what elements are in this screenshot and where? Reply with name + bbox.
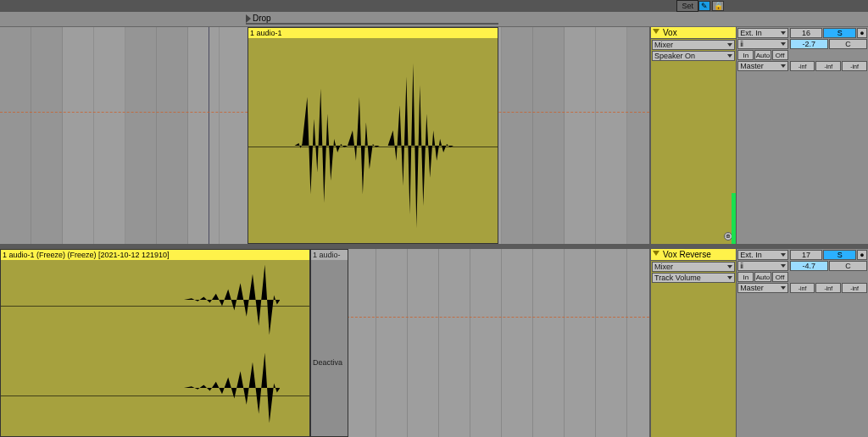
- waveform-left-icon: [1, 262, 280, 338]
- clip-vox[interactable]: 1 audio-1: [248, 27, 498, 244]
- track-panel-vox: Vox Mixer Speaker On ⊕ Ext. In ⅱ InAutoO…: [649, 27, 868, 244]
- clip-header[interactable]: 1 audio-1: [248, 28, 498, 38]
- deactivated-label: Deactiva: [313, 358, 342, 367]
- record-arm-button[interactable]: ●: [857, 28, 867, 38]
- output-dropdown[interactable]: Master: [737, 61, 788, 71]
- waveform-icon: [248, 38, 498, 243]
- track-name: Vox Reverse: [663, 250, 711, 259]
- automation-dropdown[interactable]: Track Volume: [652, 273, 735, 283]
- pan-value[interactable]: C: [829, 39, 867, 49]
- fold-track-icon[interactable]: [653, 251, 659, 256]
- set-button[interactable]: Set: [676, 0, 698, 12]
- input-channel-dropdown[interactable]: ⅱ: [737, 261, 788, 271]
- clip-freeze[interactable]: 1 audio-1 (Freeze) (Freeze) [2021-10-12 …: [0, 249, 310, 437]
- arrangement-lane-vox[interactable]: 1 audio-1: [0, 27, 649, 244]
- input-type-dropdown[interactable]: Ext. In: [737, 28, 788, 38]
- waveform-right-icon: [1, 350, 280, 426]
- monitor-toggle[interactable]: InAutoOff: [737, 50, 788, 60]
- clip-deactivated[interactable]: 1 audio- Deactiva: [310, 249, 348, 437]
- record-arm-button[interactable]: ●: [857, 250, 867, 260]
- draw-mode-icon[interactable]: ✎: [698, 1, 710, 11]
- lock-icon[interactable]: 🔒: [712, 1, 724, 11]
- locator-flag-icon: [246, 14, 251, 23]
- automation-dropdown[interactable]: Speaker On: [652, 51, 735, 61]
- arrangement-lane-vox-reverse[interactable]: 1 audio-1 (Freeze) (Freeze) [2021-10-12 …: [0, 249, 649, 437]
- fold-track-icon[interactable]: [653, 29, 659, 34]
- level-meter: [732, 193, 736, 244]
- app-toolbar: Set ✎ 🔒: [0, 0, 868, 12]
- track-panel-vox-reverse: Vox Reverse Mixer Track Volume Ext. In ⅱ…: [649, 249, 868, 437]
- sends-row[interactable]: -inf-inf-inf: [790, 283, 867, 293]
- locator-bar[interactable]: Drop: [0, 12, 868, 27]
- locator-label: Drop: [253, 14, 271, 23]
- track-name: Vox: [663, 28, 677, 37]
- solo-button[interactable]: S: [823, 28, 856, 38]
- volume-value[interactable]: -2.7: [790, 39, 828, 49]
- monitor-dropdown[interactable]: Mixer: [652, 262, 735, 272]
- volume-value[interactable]: -4.7: [790, 261, 828, 271]
- track-title[interactable]: Vox: [651, 27, 736, 39]
- clip-header[interactable]: 1 audio-: [311, 250, 348, 260]
- monitor-toggle[interactable]: InAutoOff: [737, 272, 788, 282]
- clip-header[interactable]: 1 audio-1 (Freeze) (Freeze) [2021-10-12 …: [1, 250, 309, 260]
- output-dropdown[interactable]: Master: [737, 283, 788, 293]
- track-number: 17: [790, 250, 823, 260]
- pan-value[interactable]: C: [829, 261, 867, 271]
- monitor-dropdown[interactable]: Mixer: [652, 40, 735, 50]
- track-title[interactable]: Vox Reverse: [651, 249, 736, 261]
- solo-button[interactable]: S: [823, 250, 856, 260]
- playhead: [209, 27, 209, 244]
- input-type-dropdown[interactable]: Ext. In: [737, 250, 788, 260]
- locator-drop[interactable]: Drop: [246, 14, 271, 23]
- input-channel-dropdown[interactable]: ⅱ: [737, 39, 788, 49]
- track-number: 16: [790, 28, 823, 38]
- sends-row[interactable]: -inf-inf-inf: [790, 61, 867, 71]
